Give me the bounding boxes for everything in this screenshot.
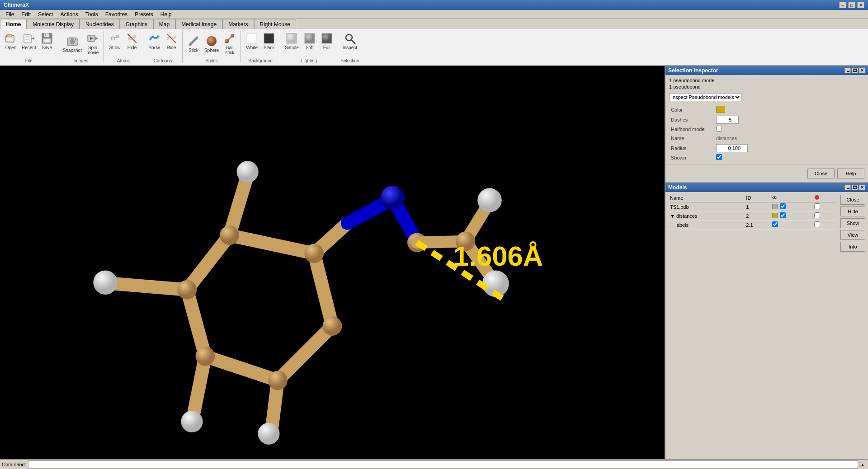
recent-button[interactable]: Recent — [20, 31, 38, 52]
prop-dashes-row: Dashes — [669, 115, 864, 125]
inspect-button[interactable]: Inspect — [341, 31, 359, 52]
model-vis-labels — [770, 220, 813, 230]
menu-select[interactable]: Select — [34, 10, 57, 19]
models-close-button[interactable]: Close — [840, 195, 865, 205]
model-vis-checkbox-distances[interactable] — [780, 212, 786, 218]
models-titlebar: Models 🗕 🗖 ✕ — [665, 183, 868, 192]
si-minimize-button[interactable]: 🗕 — [844, 68, 851, 73]
menu-file[interactable]: File — [2, 10, 18, 19]
toolbar-file-row: Open Recent Save — [3, 31, 55, 52]
svg-point-24 — [133, 35, 136, 38]
svg-point-75 — [815, 195, 819, 200]
model-id-distances: 2 — [744, 211, 770, 220]
si-close-button[interactable]: Close — [807, 169, 835, 178]
color-swatch[interactable] — [716, 106, 725, 113]
models-sidebar: Close Hide Show View Info — [839, 192, 868, 459]
snapshot-label: Snapshot — [63, 48, 82, 53]
prop-name-row: Name — [669, 133, 864, 143]
svg-rect-1 — [7, 34, 12, 37]
white-bg-button[interactable]: White — [244, 31, 260, 52]
tab-nucleotides[interactable]: Nucleotides — [80, 19, 120, 29]
model-lock-checkbox-ts1[interactable] — [814, 203, 820, 209]
expand-distances[interactable]: ▼ — [670, 213, 675, 219]
name-input[interactable] — [716, 134, 761, 142]
simple-lighting-button[interactable]: Simple — [283, 31, 301, 52]
black-bg-button[interactable]: Black — [261, 31, 277, 52]
prop-shown-row: Shown — [669, 153, 864, 162]
svg-rect-2 — [24, 35, 31, 43]
svg-rect-9 — [45, 33, 46, 36]
command-input[interactable] — [28, 460, 858, 469]
menu-help[interactable]: Help — [157, 10, 175, 19]
svg-rect-15 — [71, 37, 73, 38]
models-show-button[interactable]: Show — [840, 218, 865, 228]
file-group-label: File — [0, 58, 58, 63]
si-maximize-button[interactable]: 🗖 — [852, 68, 858, 73]
models-minimize-button[interactable]: 🗕 — [844, 185, 851, 190]
models-thead: Name ID 👁 — [668, 194, 836, 202]
maximize-button[interactable]: □ — [848, 2, 855, 8]
shown-checkbox[interactable] — [716, 154, 722, 160]
models-close-button[interactable]: ✕ — [859, 185, 865, 190]
close-button[interactable]: × — [857, 2, 864, 8]
sphere-style-button[interactable]: Sphere — [203, 33, 221, 54]
halfbond-checkbox[interactable] — [716, 126, 722, 131]
menu-bar: File Edit Select Actions Tools Favorites… — [0, 10, 868, 19]
ball-stick-style-button[interactable]: Ballstick — [222, 31, 238, 56]
toolbar: Open Recent Save File S — [0, 29, 868, 66]
tab-map[interactable]: Map — [153, 19, 175, 29]
col-name: Name — [668, 194, 744, 202]
spin-movie-button[interactable]: Spinmovie — [85, 31, 101, 56]
open-button[interactable]: Open — [3, 31, 19, 52]
snapshot-button[interactable]: Snapshot — [61, 33, 84, 54]
save-button[interactable]: Save — [39, 31, 55, 52]
models-maximize-button[interactable]: 🗖 — [852, 185, 858, 190]
tab-home[interactable]: Home — [0, 19, 27, 29]
save-label: Save — [42, 45, 52, 50]
tab-graphics[interactable]: Graphics — [120, 19, 153, 29]
dashes-input[interactable] — [716, 116, 739, 124]
title-bar: ChimeraX − □ × — [0, 0, 868, 10]
toolbar-background-row: White Black — [244, 31, 277, 52]
model-vis-checkbox-ts1[interactable] — [780, 203, 786, 209]
model-lock-checkbox-labels[interactable] — [814, 221, 820, 227]
show-atoms-button[interactable]: Show — [107, 31, 123, 52]
menu-favorites[interactable]: Favorites — [102, 10, 131, 19]
show-cartoons-label: Show — [148, 45, 160, 50]
si-help-button[interactable]: Help — [837, 169, 864, 178]
soft-lighting-button[interactable]: Soft — [302, 31, 318, 52]
menu-edit[interactable]: Edit — [18, 10, 34, 19]
svg-line-29 — [190, 38, 197, 45]
tab-molecule-display[interactable]: Molecule Display — [27, 19, 80, 29]
hide-cartoons-button[interactable]: Hide — [163, 31, 179, 52]
inspect-dropdown[interactable]: Inspect Pseudobond models — [669, 93, 741, 101]
radius-input[interactable] — [716, 144, 748, 152]
svg-point-65 — [381, 186, 405, 210]
models-info-button[interactable]: Info — [840, 242, 865, 252]
menu-tools[interactable]: Tools — [82, 10, 102, 19]
models-hide-button[interactable]: Hide — [840, 206, 865, 216]
svg-line-25 — [132, 37, 134, 38]
ball-stick-style-icon — [223, 32, 236, 45]
tab-right-mouse[interactable]: Right Mouse — [254, 19, 296, 29]
stick-style-button[interactable]: Stick — [185, 33, 202, 54]
tab-medical-image[interactable]: Medical Image — [175, 19, 222, 29]
models-table-area: Name ID 👁 TS1.pdb 1 — [665, 192, 839, 459]
viewport[interactable]: 1.606Å — [0, 66, 665, 459]
si-close-button[interactable]: ✕ — [859, 68, 865, 73]
white-bg-icon — [245, 32, 258, 45]
model-lock-checkbox-distances[interactable] — [814, 212, 820, 218]
models-view-button[interactable]: View — [840, 230, 865, 240]
toolbar-group-lighting: Simple Soft Full Lighting — [280, 31, 338, 63]
tab-markers[interactable]: Markers — [222, 19, 254, 29]
sphere-style-icon — [205, 35, 218, 47]
minimize-button[interactable]: − — [839, 2, 846, 8]
menu-presets[interactable]: Presets — [131, 10, 157, 19]
model-vis-checkbox-labels[interactable] — [772, 221, 778, 227]
command-expand-button[interactable]: ▲ — [859, 461, 866, 468]
svg-line-22 — [114, 37, 117, 38]
full-lighting-button[interactable]: Full — [319, 31, 335, 52]
show-cartoons-button[interactable]: Show — [146, 31, 162, 52]
hide-atoms-button[interactable]: Hide — [124, 31, 140, 52]
menu-actions[interactable]: Actions — [57, 10, 81, 19]
